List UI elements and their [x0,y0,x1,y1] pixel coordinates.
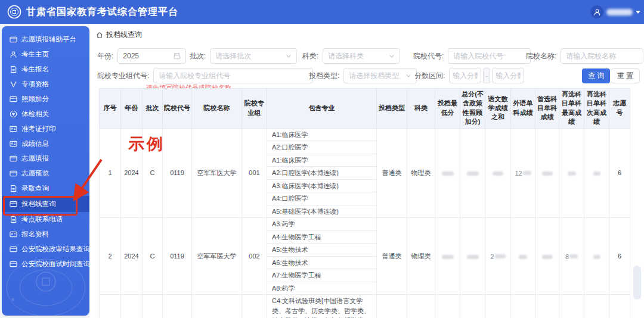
file-type-select[interactable]: 请选择投档类型 [343,68,417,83]
redacted-score [593,172,600,176]
home-icon [96,32,103,39]
sidebar-item-10[interactable]: 志愿预览 [2,166,89,181]
cell-score: 12 [511,128,535,218]
sidebar-item-7[interactable]: 准考证打印 [2,121,89,136]
college-code-value[interactable] [453,52,525,60]
column-header: 年份 [121,89,143,129]
redacted-score [542,255,553,259]
college-code-filter: 院校代号: [413,48,531,64]
chevron-down-icon [405,73,411,79]
cell-score [460,128,485,218]
cell-group: 001 [242,128,267,218]
sidebar-item-1[interactable]: 志愿填报辅助平台 [2,32,89,47]
redacted-score [467,172,479,176]
sidebar-item-label: 志愿填报 [21,154,49,163]
sidebar-item-label: 考点联系电话 [21,215,63,224]
idcard-icon [10,140,17,148]
college-code-input[interactable] [448,48,531,64]
subject-select[interactable]: 请选择科类 [323,48,400,64]
file-icon [10,216,17,223]
score-min-input[interactable] [449,68,481,83]
redacted-score [542,172,553,176]
sidebar-item-5[interactable]: 照顾加分 [2,92,89,107]
cell-seq: 1 [100,128,121,218]
table-row: 22024C0119空军军医大学002A3:药学普通类物理类286 [100,218,630,231]
sidebar-item-11[interactable]: 录取查询 [2,181,89,196]
breadcrumb[interactable]: 投档线查询 [96,30,142,40]
cell-major: A8:药学 [267,282,377,295]
table-row: 12024C0119空军军医大学001A1:临床医学普通类物理类126 [100,128,630,141]
batch-select[interactable]: 请选择批次 [210,48,297,64]
cell-major: C4:文科试验班类[中国语言文学类、考古学、历史学类、哲学类、社会学类、法学、新… [267,295,377,318]
cell-score [511,218,535,295]
cell-college-name: 空军军医大学 [192,128,242,218]
cell-subject [407,295,435,318]
redacted-score [569,254,578,258]
sidebar-item-14[interactable]: 报名资料 [2,227,89,242]
cell-subject: 物理类 [407,128,435,218]
subject-filter: 科类: 请选择科类 [302,48,400,64]
cell-wish: 6 [609,128,630,218]
cell-college-code [163,295,192,318]
college-name-filter: 院校名称: [526,48,643,64]
sidebar-item-label: 照顾加分 [21,95,49,104]
sidebar-menu: 志愿填报辅助平台考生主页考生报名专项资格照顾加分体检相关准考证打印成绩信息志愿填… [2,26,89,272]
main-content: 投档线查询 年份: 批次: 请选择批次 科类: 请选择科 [89,24,644,318]
sidebar-item-4[interactable]: 专项资格 [2,77,89,92]
sidebar-item-label: 专项资格 [21,80,49,89]
sidebar-item-6[interactable]: 体检相关 [2,107,89,121]
year-value[interactable] [123,52,170,60]
redacted-score [493,172,503,176]
content-scrollbar-thumb[interactable] [633,266,641,300]
score-max-value[interactable] [496,71,521,80]
card-icon [10,170,17,177]
sidebar-item-8[interactable]: 成绩信息 [2,136,89,151]
group-code-input[interactable] [153,68,313,83]
cell-score [435,295,460,318]
column-header: 包含专业 [267,89,377,129]
user-menu[interactable] [590,0,640,24]
cell-major: A7:生物医学工程 [267,269,377,282]
score-max-input[interactable] [492,68,524,83]
batch-filter: 批次: 请选择批次 [190,48,297,64]
cell-file-type [377,295,407,318]
sidebar-item-3[interactable]: 考生报名 [2,62,89,77]
redacted-score [593,255,600,259]
sidebar-item-label: 考生主页 [21,50,49,59]
cell-score: 8 [559,218,584,295]
search-button[interactable]: 查 询 [582,68,610,83]
year-input[interactable] [117,48,186,64]
column-header: 批次 [143,89,163,129]
group-code-label: 院校专业组代号: [97,71,149,81]
sidebar-watermark [2,255,89,316]
card-icon [10,36,17,43]
group-code-value[interactable] [159,71,308,80]
sidebar-item-2[interactable]: 考生主页 [2,47,89,62]
redacted-score [568,172,576,176]
sidebar-item-label: 体检相关 [21,110,49,119]
cell-seq: 2 [100,218,121,295]
sidebar-scrollbar-thumb[interactable] [640,198,643,213]
score-range-separator: - [483,68,490,83]
cell-major: A5:生物技术 [267,244,377,257]
college-name-input[interactable] [561,48,643,64]
redacted-score [523,171,531,175]
chevron-down-icon[interactable] [636,11,640,14]
cell-batch [143,295,163,318]
results-table-wrap: 序号年份批次院校代号院校名称院校专业组包含专业投档类型科类投档最低分总分(不含政… [99,88,631,318]
cell-batch: C [143,128,163,218]
score-range-label: 分数区间: [414,71,445,81]
redacted-score [442,255,454,259]
sidebar-item-9[interactable]: 志愿填报 [2,151,89,166]
sidebar-item-label: 考生报名 [21,65,49,74]
reset-button[interactable]: 重 置 [611,68,640,83]
user-avatar[interactable] [590,5,603,18]
cell-score [435,128,460,218]
college-name-value[interactable] [566,52,638,60]
cell-year [121,295,143,318]
cell-major: A1:临床医学 [267,128,377,141]
file-type-filter: 投档类型: 请选择投档类型 [309,68,417,83]
score-min-value[interactable] [453,71,478,80]
cell-wish: 6 [609,218,630,295]
sidebar-item-label: 志愿填报辅助平台 [21,35,76,44]
